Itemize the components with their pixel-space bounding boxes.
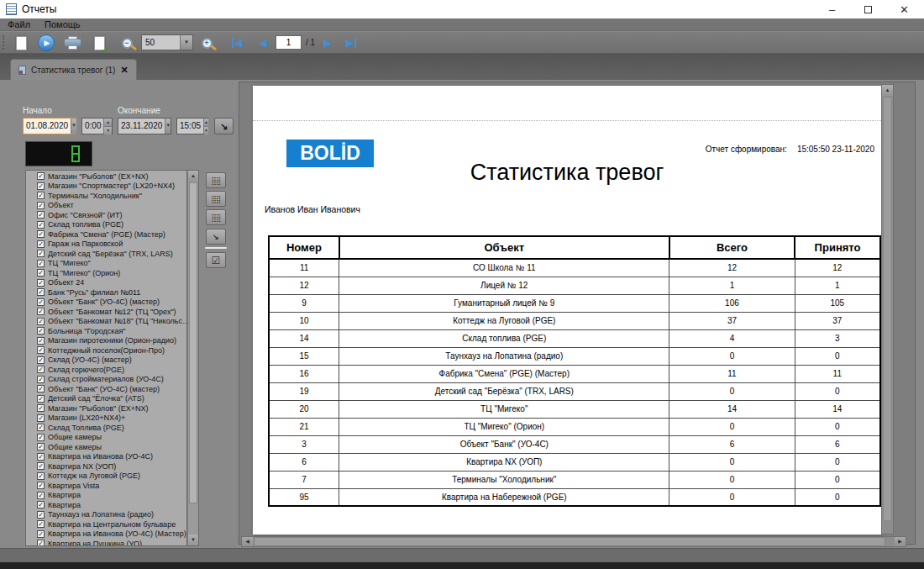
toolbar-grip[interactable] [3,35,4,50]
checkbox-checked-icon[interactable]: ✓ [37,530,45,538]
checkbox-checked-icon[interactable]: ✓ [37,346,45,354]
checkbox-checked-icon[interactable]: ✓ [37,443,45,450]
apply-period-button[interactable]: ↘ [214,118,234,134]
spinner-buttons[interactable]: ▲▼ [103,119,112,134]
check-all-button[interactable]: ☑ [206,252,226,268]
checkbox-checked-icon[interactable]: ✓ [37,240,45,248]
apply-selection-button[interactable]: ↘ [206,229,226,245]
checkbox-checked-icon[interactable]: ✓ [37,260,45,267]
object-list[interactable]: ✓Магазин "Рыболов" (EX+NX)✓Магазин "Спор… [25,170,187,546]
object-list-scrollbar[interactable]: ▲ ▼ [187,170,199,546]
checkbox-checked-icon[interactable]: ✓ [37,288,45,296]
prev-page-button[interactable]: ◀ [253,33,273,53]
menu-help[interactable]: Помощь [45,19,81,29]
list-item[interactable]: ✓Фабрика "Смена" (PGE) (Мастер) [26,229,186,240]
list-item[interactable]: ✓Объект 24 [26,278,186,288]
checkbox-checked-icon[interactable]: ✓ [37,540,45,546]
spin-up-icon[interactable]: ▲ [204,119,208,126]
checkbox-checked-icon[interactable]: ✓ [37,492,45,499]
list-item[interactable]: ✓Склад Топлива (PGE) [26,423,186,433]
list-item[interactable]: ✓Банк "Русь" филиал №011 [26,287,186,298]
checkbox-checked-icon[interactable]: ✓ [37,472,45,480]
list-item[interactable]: ✓Склад стройматериалов (УО-4С) [26,375,186,385]
checkbox-checked-icon[interactable]: ✓ [37,192,45,199]
list-item[interactable]: ✓Склад топлива (PGE) [26,220,186,230]
scroll-up-icon[interactable]: ▲ [882,85,893,96]
list-item[interactable]: ✓Магазин "Рыболов" (EX+NX) [26,403,186,414]
next-page-button[interactable]: ▶ [318,33,338,53]
list-item[interactable]: ✓Детский сад "Ёлочка" (ATS) [26,394,186,404]
list-item[interactable]: ✓Общие камеры [26,442,186,452]
calendar-dropdown-icon[interactable]: ▼ [71,119,76,134]
checkbox-checked-icon[interactable]: ✓ [37,385,45,393]
export-button[interactable] [89,33,109,53]
checkbox-checked-icon[interactable]: ✓ [37,279,45,287]
print-button[interactable] [62,33,82,53]
minimize-button[interactable]: – [814,0,850,18]
scroll-left-icon[interactable]: ◀ [242,537,253,546]
checkbox-checked-icon[interactable]: ✓ [37,211,45,219]
preview-horizontal-scrollbar[interactable]: ◀ ▶ [241,536,906,547]
scroll-down-icon[interactable]: ▼ [188,535,198,545]
list-item[interactable]: ✓Магазин "Спортмастер" (LX20+NX4) [26,182,186,192]
scrollbar-thumb[interactable] [883,97,892,521]
list-item[interactable]: ✓Склад (УО-4С) (мастер) [26,356,186,366]
checkbox-checked-icon[interactable]: ✓ [37,520,45,528]
checkbox-checked-icon[interactable]: ✓ [37,308,45,315]
list-item[interactable]: ✓Магазин пиротехники (Орион-радио) [26,336,186,346]
list-item[interactable]: ✓Коттеджный поселок(Орион-Про) [26,345,186,356]
checkbox-checked-icon[interactable]: ✓ [37,395,45,403]
list-item[interactable]: ✓Квартира [26,491,186,501]
list-item[interactable]: ✓Магазин "Рыболов" (EX+NX) [26,171,186,182]
checkbox-checked-icon[interactable]: ✓ [37,376,45,383]
scrollbar-thumb[interactable] [189,182,197,503]
list-item[interactable]: ✓Гараж на Парковской [26,240,186,250]
checkbox-checked-icon[interactable]: ✓ [37,424,45,431]
list-item[interactable]: ✓Коттедж на Луговой (PGE) [26,472,186,482]
zoom-level-select[interactable]: 50 ▼ [141,34,193,50]
tab-close-icon[interactable]: ✕ [120,65,128,76]
first-page-button[interactable]: ◀ [227,33,247,53]
checkbox-checked-icon[interactable]: ✓ [37,356,45,364]
list-item[interactable]: ✓Объект "Банкомат №12" (ТЦ "Орех") [26,307,186,317]
checkbox-checked-icon[interactable]: ✓ [37,453,45,461]
end-time-spinner[interactable]: 15:05 ▲▼ [176,118,208,134]
spin-down-icon[interactable]: ▼ [204,126,208,134]
start-date-picker[interactable]: 01.08.2020 ▼ [23,118,76,134]
list-item[interactable]: ✓Общие камеры [26,433,186,443]
list-item[interactable]: ✓Квартира на Иванова (УО-4С) [26,452,186,462]
scroll-up-icon[interactable]: ▲ [188,171,198,182]
list-item[interactable]: ✓Квартира [26,500,186,510]
last-page-button[interactable]: ▶ [341,33,361,53]
checkbox-checked-icon[interactable]: ✓ [37,172,45,180]
list-item[interactable]: ✓Терминалы "Холодильник" [26,191,186,201]
list-item[interactable]: ✓Квартира Vista [26,481,186,491]
checkbox-checked-icon[interactable]: ✓ [37,366,45,373]
close-button[interactable]: ✕ [886,0,922,18]
list-item[interactable]: ✓Объект "Банкомат №18" (ТЦ "Никольс… [26,317,186,327]
scrollbar-thumb[interactable] [254,537,885,546]
menu-file[interactable]: Файл [8,19,30,29]
zoom-out-button[interactable]: − [117,33,137,53]
checkbox-checked-icon[interactable]: ✓ [37,414,45,422]
list-item[interactable]: ✓Объект "Банк" (УО-4С) (мастер) [26,384,186,394]
scroll-right-icon[interactable]: ▶ [895,537,906,546]
preview-vertical-scrollbar[interactable]: ▲ [881,84,894,535]
end-date-picker[interactable]: 23.11.2020 ▼ [118,118,171,134]
checkbox-checked-icon[interactable]: ✓ [37,298,45,306]
spin-up-icon[interactable]: ▲ [104,119,112,126]
checkbox-checked-icon[interactable]: ✓ [37,327,45,335]
checkbox-checked-icon[interactable]: ✓ [37,221,45,229]
list-item[interactable]: ✓ТЦ "Мигеко" (Орион) [26,268,186,278]
select-group-button-2[interactable]: ⣿⣿ [206,191,226,207]
list-item[interactable]: ✓Таунхауз на Лопатина (радио) [26,510,186,520]
checkbox-checked-icon[interactable]: ✓ [37,182,45,190]
list-item[interactable]: ✓Объект [26,201,186,211]
new-report-button[interactable] [11,33,31,53]
list-item[interactable]: ✓Квартира на Иванова (УО-4С) (Мастер) [26,529,186,540]
checkbox-checked-icon[interactable]: ✓ [37,482,45,489]
tab-alarm-statistics[interactable]: Статистика тревог (1) ✕ [10,59,137,80]
build-report-button[interactable]: ▶ [36,33,56,53]
select-group-button-3[interactable]: ⣿⣿ [206,209,226,225]
checkbox-checked-icon[interactable]: ✓ [37,511,45,519]
